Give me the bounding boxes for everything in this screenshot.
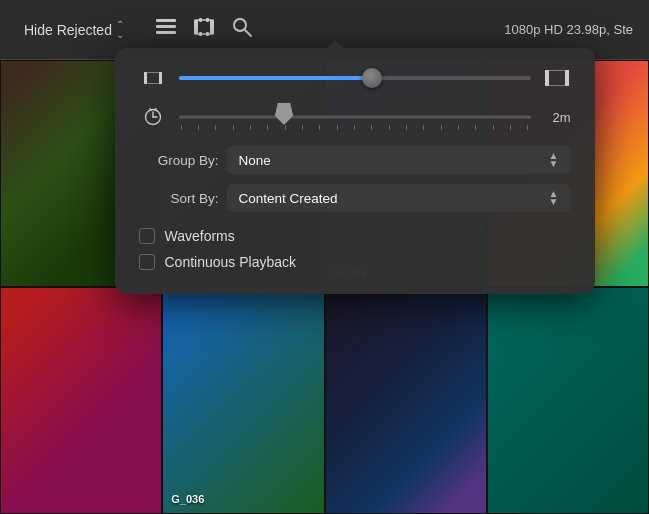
svg-rect-7 bbox=[206, 18, 209, 22]
list-view-icon[interactable] bbox=[156, 19, 176, 40]
group-by-select[interactable]: None ▲▼ bbox=[227, 146, 571, 174]
thumbnail-row-2: G_036 bbox=[0, 287, 649, 514]
thumbnail-6[interactable]: G_036 bbox=[162, 287, 324, 514]
svg-rect-8 bbox=[199, 32, 202, 36]
group-by-value: None bbox=[239, 153, 271, 168]
sort-by-chevron-icon: ▲▼ bbox=[549, 190, 559, 206]
checkbox-group: Waveforms Continuous Playback bbox=[139, 228, 571, 270]
clip-size-slider-row bbox=[139, 68, 571, 88]
clip-size-slider[interactable] bbox=[179, 68, 531, 88]
waveforms-checkbox[interactable] bbox=[139, 228, 155, 244]
duration-slider-row: 2m bbox=[139, 102, 571, 132]
svg-rect-5 bbox=[210, 20, 214, 34]
hide-rejected-label: Hide Rejected bbox=[24, 22, 112, 38]
svg-rect-2 bbox=[156, 31, 176, 34]
svg-marker-24 bbox=[275, 103, 293, 125]
continuous-playback-label: Continuous Playback bbox=[165, 254, 297, 270]
thumbnail-5[interactable] bbox=[0, 287, 162, 514]
svg-rect-0 bbox=[156, 19, 176, 22]
svg-rect-6 bbox=[199, 18, 202, 22]
group-by-row: Group By: None ▲▼ bbox=[139, 146, 571, 174]
svg-rect-14 bbox=[159, 72, 162, 84]
media-info: 1080p HD 23.98p, Ste bbox=[504, 22, 633, 37]
group-by-label: Group By: bbox=[139, 153, 219, 168]
svg-point-10 bbox=[234, 19, 246, 31]
clip-view-icon[interactable] bbox=[194, 18, 214, 41]
svg-line-11 bbox=[245, 30, 251, 36]
clip-small-icon bbox=[139, 72, 167, 84]
sort-by-row: Sort By: Content Created ▲▼ bbox=[139, 184, 571, 212]
sort-by-select[interactable]: Content Created ▲▼ bbox=[227, 184, 571, 212]
sort-by-value: Content Created bbox=[239, 191, 338, 206]
waveforms-label: Waveforms bbox=[165, 228, 235, 244]
clip-large-icon bbox=[543, 70, 571, 86]
sort-chevron-icon: ⌃⌄ bbox=[116, 20, 124, 40]
clock-icon bbox=[139, 108, 167, 126]
thumbnail-6-label: G_036 bbox=[171, 493, 204, 505]
hide-rejected-button[interactable]: Hide Rejected ⌃⌄ bbox=[16, 16, 132, 44]
svg-rect-16 bbox=[545, 70, 549, 86]
popup-panel: 2m Group By: None ▲▼ Sort By: Content Cr… bbox=[115, 48, 595, 294]
sort-by-label: Sort By: bbox=[139, 191, 219, 206]
continuous-playback-checkbox-row[interactable]: Continuous Playback bbox=[139, 254, 571, 270]
thumbnail-7[interactable] bbox=[325, 287, 487, 514]
duration-value: 2m bbox=[543, 110, 571, 125]
continuous-playback-checkbox[interactable] bbox=[139, 254, 155, 270]
svg-rect-9 bbox=[206, 32, 209, 36]
filter-form: Group By: None ▲▼ Sort By: Content Creat… bbox=[139, 146, 571, 212]
search-icon[interactable] bbox=[232, 17, 252, 42]
duration-thumb[interactable] bbox=[275, 103, 293, 129]
svg-rect-17 bbox=[565, 70, 569, 86]
duration-slider[interactable] bbox=[179, 102, 531, 132]
toolbar-icons bbox=[156, 17, 252, 42]
svg-rect-4 bbox=[194, 20, 198, 34]
svg-rect-1 bbox=[156, 25, 176, 28]
slider-thumb[interactable] bbox=[362, 68, 382, 88]
slider-fill bbox=[179, 76, 373, 80]
group-by-chevron-icon: ▲▼ bbox=[549, 152, 559, 168]
waveforms-checkbox-row[interactable]: Waveforms bbox=[139, 228, 571, 244]
thumbnail-8[interactable] bbox=[487, 287, 649, 514]
svg-rect-13 bbox=[144, 72, 147, 84]
